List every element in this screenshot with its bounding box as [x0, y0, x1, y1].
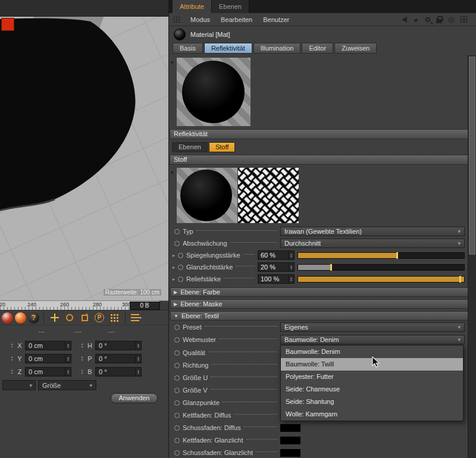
viewport-canvas[interactable]: Rasterweite: 100 cm — [0, 17, 168, 300]
ruler-offset-field[interactable]: 0 B — [130, 302, 159, 310]
keyframe-circle-icon[interactable] — [178, 277, 183, 282]
spiegelungsstaerke-slider[interactable] — [298, 252, 465, 259]
keyframe-circle-icon[interactable] — [174, 363, 180, 368]
scrollbar-thumb[interactable] — [469, 57, 475, 255]
dotted-leader — [256, 451, 277, 452]
menu-benutzer[interactable]: Benutzer — [258, 16, 295, 23]
pointer-icon[interactable]: ► — [411, 14, 421, 24]
keyframe-circle-icon[interactable] — [174, 325, 180, 330]
property-row-glanzlichtstaerke: ▸ Glanzlichtstärke 20 %▲▼ — [169, 261, 468, 273]
panel-scrollbar[interactable] — [468, 55, 476, 458]
tab-illumination[interactable]: Illumination — [253, 43, 301, 54]
keyframe-circle-icon[interactable] — [174, 350, 180, 356]
cloth-preview-sphere-box[interactable] — [177, 168, 237, 223]
z-position-field[interactable]: 0 cm▲▼ — [25, 367, 71, 377]
tab-zuweisen[interactable]: Zuweisen — [334, 43, 377, 54]
dropdown-menu-item[interactable]: Polyester: Futter — [281, 371, 463, 383]
drag-stepper-icon[interactable]: ▲▼ — [10, 356, 14, 362]
cloth-weave-pattern[interactable] — [238, 168, 299, 223]
slider-handle[interactable] — [396, 252, 398, 259]
keyframe-circle-icon[interactable] — [174, 337, 180, 343]
slider-handle[interactable] — [330, 264, 332, 271]
coordinate-mode-dropdown[interactable]: ▾ — [2, 380, 36, 390]
keyframe-circle-icon[interactable] — [178, 253, 183, 258]
reliefstaerke-value[interactable]: 100 %▲▼ — [258, 274, 295, 284]
expand-triangle-icon[interactable]: ▸ — [173, 253, 175, 258]
glanzlichtstaerke-slider[interactable] — [298, 264, 465, 271]
drag-stepper-icon[interactable]: ▲▼ — [80, 343, 84, 349]
red-sphere-icon[interactable] — [2, 312, 13, 324]
reliefstaerke-slider[interactable] — [298, 276, 465, 283]
snap-grid-icon[interactable] — [108, 311, 121, 324]
preset-dropdown[interactable]: Eigenes▾ — [280, 322, 465, 332]
search-icon[interactable] — [425, 17, 430, 22]
expand-triangle-icon[interactable]: ▸ — [173, 277, 175, 282]
keyframe-circle-icon[interactable] — [178, 265, 183, 270]
help-icon[interactable]: ? — [28, 312, 39, 324]
dropdown-menu-item[interactable]: Wolle: Kammgarn — [281, 408, 463, 421]
spiegelungsstaerke-value[interactable]: 60 %▲▼ — [258, 250, 295, 260]
dotted-leader — [219, 338, 277, 339]
kettfaden-glanzlicht-color-swatch[interactable] — [280, 437, 300, 444]
group-ebene-textil[interactable]: ▼Ebene: Textil — [170, 311, 475, 321]
expand-triangle-icon[interactable]: ▸ — [173, 265, 175, 270]
keyframe-circle-icon[interactable] — [174, 450, 180, 456]
schussfaden-diffus-color-swatch[interactable] — [280, 424, 300, 432]
scale-tool-icon[interactable] — [78, 311, 91, 324]
tab-ebenen[interactable]: Ebenen — [212, 0, 249, 13]
dropdown-menu-item[interactable]: Seide: Charmeuse — [281, 383, 463, 396]
keyframe-circle-icon[interactable] — [174, 438, 180, 443]
dropdown-menu-item[interactable]: Seide: Shantung — [281, 396, 463, 408]
target-icon[interactable]: ◎ — [448, 15, 455, 23]
red-color-chip — [1, 18, 14, 31]
back-arrow-icon[interactable] — [402, 17, 407, 23]
quantize-icon[interactable]: ▸ — [130, 311, 143, 324]
menu-modus[interactable]: Modus — [185, 16, 215, 23]
parent-coordinates-icon[interactable]: P — [93, 311, 106, 324]
tab-attribute[interactable]: Attribute — [173, 0, 212, 13]
drag-stepper-icon[interactable]: ▲▼ — [80, 356, 84, 362]
tab-editor[interactable]: Editor — [302, 43, 333, 54]
material-sphere-icon[interactable] — [174, 29, 186, 40]
group-ebene-farbe[interactable]: ▶Ebene: Farbe — [170, 287, 475, 297]
x-position-field[interactable]: 0 cm▲▼ — [25, 341, 71, 350]
schussfaden-glanzlicht-color-swatch[interactable] — [280, 449, 300, 457]
keyframe-circle-icon[interactable] — [174, 229, 180, 234]
tab-layer-ebenen[interactable]: Ebenen — [172, 142, 208, 152]
slider-handle[interactable] — [459, 276, 461, 283]
keyframe-circle-icon[interactable] — [174, 375, 180, 381]
h-rotation-field[interactable]: 0 °▲▼ — [95, 341, 142, 350]
stepper-icon: ▲▼ — [65, 341, 71, 350]
p-rotation-field[interactable]: 0 °▲▼ — [95, 354, 142, 363]
tab-layer-stoff[interactable]: Stoff — [209, 142, 235, 152]
keyframe-circle-icon[interactable] — [174, 241, 180, 246]
typ-dropdown[interactable]: Irawan (Gewebte Textilien)▾ — [280, 227, 465, 236]
webmuster-dropdown[interactable]: Baumwolle: Denim▾ — [280, 335, 465, 344]
abschwaechung-dropdown[interactable]: Durchschnitt▾ — [280, 239, 465, 248]
group-ebene-maske[interactable]: ▶Ebene: Maske — [170, 299, 475, 309]
tab-reflektivitaet[interactable]: Reflektivität — [204, 43, 252, 54]
menu-bearbeiten[interactable]: Bearbeiten — [215, 16, 258, 23]
keyframe-circle-icon[interactable] — [174, 425, 180, 431]
rotate-tool-icon[interactable] — [63, 311, 76, 324]
apply-button[interactable]: Anwenden — [111, 393, 158, 403]
glanzlichtstaerke-value[interactable]: 20 %▲▼ — [258, 262, 295, 272]
lock-icon[interactable] — [436, 19, 442, 23]
b-rotation-field[interactable]: 0 °▲▼ — [95, 367, 142, 377]
preview-expander-icon[interactable]: ▾ — [171, 59, 174, 65]
drag-stepper-icon[interactable]: ▲▼ — [10, 343, 14, 349]
material-preview[interactable] — [177, 58, 250, 126]
preview-expander-icon[interactable]: ▾ — [171, 170, 174, 175]
tab-basis[interactable]: Basis — [173, 43, 203, 54]
y-position-field[interactable]: 0 cm▲▼ — [25, 354, 71, 363]
keyframe-circle-icon[interactable] — [174, 388, 180, 393]
keyframe-circle-icon[interactable] — [174, 400, 180, 406]
size-dropdown[interactable]: Größe▾ — [38, 380, 96, 390]
drag-stepper-icon[interactable]: ▲▼ — [10, 369, 14, 375]
drag-stepper-icon[interactable]: ▲▼ — [80, 369, 84, 375]
add-panel-icon[interactable] — [461, 16, 467, 23]
panel-grid-icon[interactable] — [173, 16, 180, 23]
keyframe-circle-icon[interactable] — [174, 413, 180, 418]
orange-sphere-icon[interactable] — [15, 312, 26, 324]
move-tool-icon[interactable] — [48, 311, 61, 324]
